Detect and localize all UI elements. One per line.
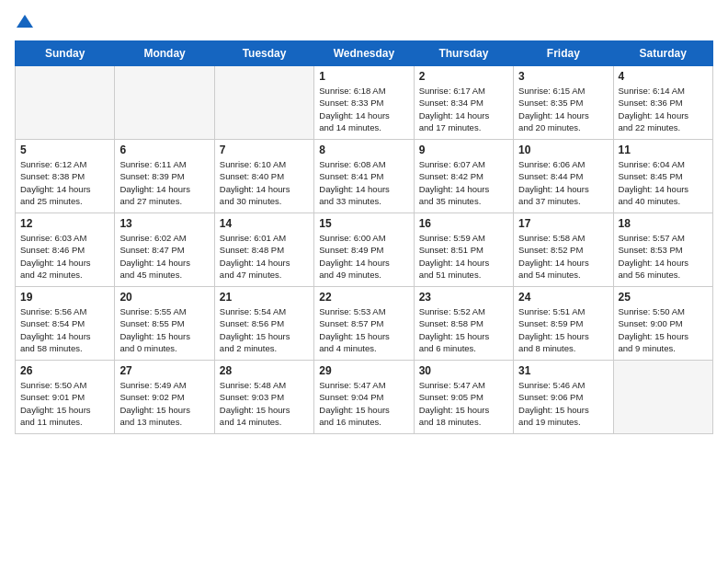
calendar-weekday-sunday: Sunday <box>16 41 115 66</box>
day-number: 31 <box>518 364 608 377</box>
day-info: Sunrise: 6:06 AM Sunset: 8:44 PM Dayligh… <box>518 158 608 207</box>
calendar-cell: 5Sunrise: 6:12 AM Sunset: 8:38 PM Daylig… <box>16 140 115 213</box>
day-info: Sunrise: 6:04 AM Sunset: 8:45 PM Dayligh… <box>619 158 708 207</box>
calendar-cell: 17Sunrise: 5:58 AM Sunset: 8:52 PM Dayli… <box>514 213 613 287</box>
day-info: Sunrise: 5:47 AM Sunset: 9:05 PM Dayligh… <box>419 379 508 428</box>
day-number: 28 <box>220 364 309 377</box>
calendar-weekday-tuesday: Tuesday <box>214 41 313 66</box>
calendar-weekday-wednesday: Wednesday <box>314 41 414 66</box>
day-number: 27 <box>119 364 209 377</box>
day-number: 29 <box>319 364 408 377</box>
day-info: Sunrise: 6:08 AM Sunset: 8:41 PM Dayligh… <box>319 158 408 207</box>
calendar-cell: 13Sunrise: 6:02 AM Sunset: 8:47 PM Dayli… <box>115 213 214 287</box>
day-number: 16 <box>419 217 508 230</box>
day-info: Sunrise: 5:59 AM Sunset: 8:51 PM Dayligh… <box>419 232 508 281</box>
calendar-weekday-monday: Monday <box>115 41 214 66</box>
calendar-cell: 30Sunrise: 5:47 AM Sunset: 9:05 PM Dayli… <box>414 361 513 434</box>
day-info: Sunrise: 5:48 AM Sunset: 9:03 PM Dayligh… <box>220 379 309 428</box>
logo <box>15 15 33 29</box>
day-info: Sunrise: 5:55 AM Sunset: 8:55 PM Dayligh… <box>119 305 209 354</box>
day-number: 24 <box>518 291 608 304</box>
calendar-week-2: 5Sunrise: 6:12 AM Sunset: 8:38 PM Daylig… <box>16 140 713 213</box>
calendar-cell: 19Sunrise: 5:56 AM Sunset: 8:54 PM Dayli… <box>16 287 115 361</box>
calendar-cell: 27Sunrise: 5:49 AM Sunset: 9:02 PM Dayli… <box>115 361 214 434</box>
calendar-cell: 23Sunrise: 5:52 AM Sunset: 8:58 PM Dayli… <box>414 287 513 361</box>
calendar-cell: 28Sunrise: 5:48 AM Sunset: 9:03 PM Dayli… <box>214 361 313 434</box>
day-info: Sunrise: 5:50 AM Sunset: 9:01 PM Dayligh… <box>20 379 109 428</box>
calendar-week-5: 26Sunrise: 5:50 AM Sunset: 9:01 PM Dayli… <box>16 361 713 434</box>
calendar-cell: 11Sunrise: 6:04 AM Sunset: 8:45 PM Dayli… <box>613 140 712 213</box>
calendar-cell: 12Sunrise: 6:03 AM Sunset: 8:46 PM Dayli… <box>16 213 115 287</box>
calendar-cell: 16Sunrise: 5:59 AM Sunset: 8:51 PM Dayli… <box>414 213 513 287</box>
calendar-cell: 20Sunrise: 5:55 AM Sunset: 8:55 PM Dayli… <box>115 287 214 361</box>
day-number: 25 <box>619 291 708 304</box>
day-number: 1 <box>319 70 408 83</box>
day-info: Sunrise: 5:47 AM Sunset: 9:04 PM Dayligh… <box>319 379 408 428</box>
day-number: 18 <box>619 217 708 230</box>
calendar-cell: 29Sunrise: 5:47 AM Sunset: 9:04 PM Dayli… <box>314 361 414 434</box>
day-number: 6 <box>119 144 209 156</box>
day-number: 7 <box>220 144 309 156</box>
calendar-cell: 21Sunrise: 5:54 AM Sunset: 8:56 PM Dayli… <box>214 287 313 361</box>
day-info: Sunrise: 5:49 AM Sunset: 9:02 PM Dayligh… <box>119 379 209 428</box>
day-number: 17 <box>518 217 608 230</box>
day-info: Sunrise: 6:00 AM Sunset: 8:49 PM Dayligh… <box>319 232 408 281</box>
day-info: Sunrise: 5:52 AM Sunset: 8:58 PM Dayligh… <box>419 305 508 354</box>
calendar-cell: 25Sunrise: 5:50 AM Sunset: 9:00 PM Dayli… <box>613 287 712 361</box>
calendar-cell: 2Sunrise: 6:17 AM Sunset: 8:34 PM Daylig… <box>414 66 513 140</box>
day-number: 13 <box>119 217 209 230</box>
calendar-cell: 26Sunrise: 5:50 AM Sunset: 9:01 PM Dayli… <box>16 361 115 434</box>
day-number: 14 <box>220 217 309 230</box>
day-number: 3 <box>518 70 608 83</box>
calendar-cell <box>214 66 313 140</box>
day-info: Sunrise: 6:12 AM Sunset: 8:38 PM Dayligh… <box>20 158 109 207</box>
day-info: Sunrise: 6:18 AM Sunset: 8:33 PM Dayligh… <box>319 85 408 133</box>
calendar-table: SundayMondayTuesdayWednesdayThursdayFrid… <box>15 40 713 434</box>
calendar-week-1: 1Sunrise: 6:18 AM Sunset: 8:33 PM Daylig… <box>16 66 713 140</box>
day-number: 9 <box>419 144 508 156</box>
day-info: Sunrise: 6:15 AM Sunset: 8:35 PM Dayligh… <box>518 85 608 133</box>
calendar-week-4: 19Sunrise: 5:56 AM Sunset: 8:54 PM Dayli… <box>16 287 713 361</box>
calendar-cell: 14Sunrise: 6:01 AM Sunset: 8:48 PM Dayli… <box>214 213 313 287</box>
page-header <box>15 15 713 29</box>
day-number: 23 <box>419 291 508 304</box>
day-number: 10 <box>518 144 608 156</box>
day-info: Sunrise: 6:07 AM Sunset: 8:42 PM Dayligh… <box>419 158 508 207</box>
calendar-week-3: 12Sunrise: 6:03 AM Sunset: 8:46 PM Dayli… <box>16 213 713 287</box>
calendar-weekday-thursday: Thursday <box>414 41 513 66</box>
day-info: Sunrise: 5:46 AM Sunset: 9:06 PM Dayligh… <box>518 379 608 428</box>
day-info: Sunrise: 5:56 AM Sunset: 8:54 PM Dayligh… <box>20 305 109 354</box>
day-number: 15 <box>319 217 408 230</box>
calendar-cell: 10Sunrise: 6:06 AM Sunset: 8:44 PM Dayli… <box>514 140 613 213</box>
svg-marker-0 <box>17 15 33 28</box>
day-number: 30 <box>419 364 508 377</box>
day-info: Sunrise: 6:11 AM Sunset: 8:39 PM Dayligh… <box>119 158 209 207</box>
day-info: Sunrise: 6:01 AM Sunset: 8:48 PM Dayligh… <box>220 232 309 281</box>
calendar-cell: 9Sunrise: 6:07 AM Sunset: 8:42 PM Daylig… <box>414 140 513 213</box>
calendar-weekday-saturday: Saturday <box>613 41 712 66</box>
calendar-cell: 24Sunrise: 5:51 AM Sunset: 8:59 PM Dayli… <box>514 287 613 361</box>
calendar-cell: 6Sunrise: 6:11 AM Sunset: 8:39 PM Daylig… <box>115 140 214 213</box>
day-number: 22 <box>319 291 408 304</box>
day-number: 4 <box>619 70 708 83</box>
day-number: 19 <box>20 291 109 304</box>
day-number: 12 <box>20 217 109 230</box>
day-number: 8 <box>319 144 408 156</box>
calendar-header-row: SundayMondayTuesdayWednesdayThursdayFrid… <box>16 41 713 66</box>
day-number: 11 <box>619 144 708 156</box>
calendar-cell <box>613 361 712 434</box>
calendar-cell <box>115 66 214 140</box>
day-info: Sunrise: 6:10 AM Sunset: 8:40 PM Dayligh… <box>220 158 309 207</box>
calendar-cell: 1Sunrise: 6:18 AM Sunset: 8:33 PM Daylig… <box>314 66 414 140</box>
day-info: Sunrise: 6:03 AM Sunset: 8:46 PM Dayligh… <box>20 232 109 281</box>
calendar-cell: 3Sunrise: 6:15 AM Sunset: 8:35 PM Daylig… <box>514 66 613 140</box>
day-number: 20 <box>119 291 209 304</box>
day-info: Sunrise: 5:57 AM Sunset: 8:53 PM Dayligh… <box>619 232 708 281</box>
logo-icon <box>17 13 33 29</box>
day-info: Sunrise: 5:51 AM Sunset: 8:59 PM Dayligh… <box>518 305 608 354</box>
day-info: Sunrise: 5:50 AM Sunset: 9:00 PM Dayligh… <box>619 305 708 354</box>
day-info: Sunrise: 6:17 AM Sunset: 8:34 PM Dayligh… <box>419 85 508 133</box>
calendar-cell: 4Sunrise: 6:14 AM Sunset: 8:36 PM Daylig… <box>613 66 712 140</box>
calendar-cell: 8Sunrise: 6:08 AM Sunset: 8:41 PM Daylig… <box>314 140 414 213</box>
calendar-weekday-friday: Friday <box>514 41 613 66</box>
